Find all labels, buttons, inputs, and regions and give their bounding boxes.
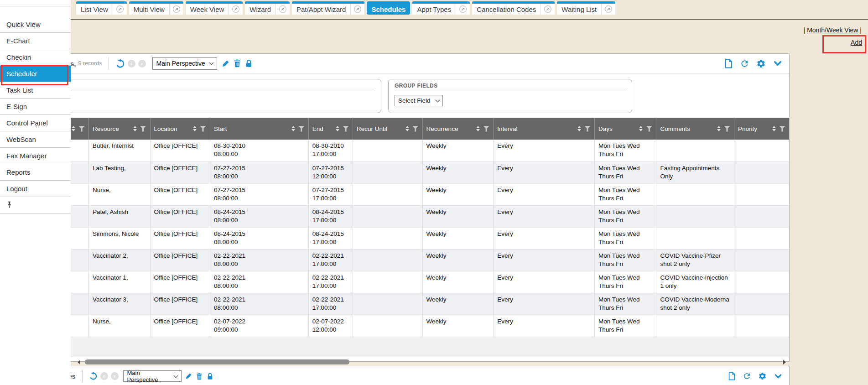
sidebar-item-webscan[interactable]: WebScan (0, 131, 71, 148)
tab-multi-view[interactable]: Multi View (129, 1, 183, 15)
popout-icon[interactable] (113, 4, 127, 15)
gear-icon[interactable] (756, 59, 766, 68)
column-header-start[interactable]: Start (210, 118, 309, 140)
scroll-right-arrow-icon[interactable] (783, 360, 786, 364)
tab-appt-types[interactable]: Appt Types (412, 1, 470, 15)
undo-icon[interactable] (89, 372, 98, 380)
sort-desc-arrow (72, 129, 75, 131)
filter-funnel-icon[interactable] (343, 126, 349, 132)
group-fields-select-field[interactable]: Select Field (395, 95, 443, 106)
new-document-icon[interactable] (724, 59, 733, 68)
sort-icon[interactable] (72, 126, 75, 131)
sort-icon[interactable] (291, 126, 295, 131)
lock-icon[interactable] (207, 373, 213, 380)
refresh-icon[interactable] (740, 59, 749, 68)
sidebar-item-e-sign[interactable]: E-Sign (0, 99, 71, 115)
sort-icon[interactable] (772, 126, 776, 131)
filter-funnel-icon[interactable] (78, 126, 85, 132)
delete-perspective-trash-icon[interactable] (234, 59, 241, 68)
filter-funnel-icon[interactable] (646, 126, 652, 132)
tab-wizard[interactable]: Wizard (245, 1, 290, 15)
next-icon[interactable]: › (111, 372, 119, 380)
column-header-priority[interactable]: Priority (734, 118, 789, 140)
resource-cell: Simmons, Nicole (89, 227, 150, 249)
column-header-label: End (312, 125, 333, 132)
filter-funnel-icon[interactable] (298, 126, 305, 132)
column-header-days[interactable]: Days (594, 118, 656, 140)
popout-icon[interactable] (541, 4, 555, 15)
sort-icon[interactable] (717, 126, 721, 131)
recurrence-cell: Weekly (422, 271, 494, 293)
sidebar-item-e-chart[interactable]: E-Chart (0, 33, 71, 49)
filter-funnel-icon[interactable] (724, 126, 730, 132)
column-header-end[interactable]: End (308, 118, 353, 140)
filter-funnel-icon[interactable] (140, 126, 146, 132)
popout-icon[interactable] (275, 4, 290, 15)
tab-waiting-list[interactable]: Waiting List (557, 1, 615, 15)
column-header-location[interactable]: Location (150, 118, 210, 140)
new-document-icon[interactable] (728, 372, 736, 380)
edit-perspective-pencil-icon[interactable] (222, 60, 229, 68)
previous-icon[interactable]: ‹ (128, 60, 135, 68)
column-header-recurrence[interactable]: Recurrence (422, 118, 494, 140)
filter-funnel-icon[interactable] (200, 126, 206, 132)
column-header-comments[interactable]: Comments (656, 118, 734, 140)
sidebar-item-fax-manager[interactable]: Fax Manager (0, 148, 71, 164)
sidebar-pin-row[interactable] (0, 197, 71, 213)
tab-label: Cancellation Codes (472, 4, 541, 15)
sidebar-item-scheduler[interactable]: Scheduler (0, 66, 71, 82)
perspective-select[interactable]: Main Perspective (152, 57, 217, 70)
add-link[interactable]: Add (851, 39, 862, 46)
sort-icon[interactable] (639, 126, 643, 131)
empty-table-row (11, 337, 789, 357)
collapse-chevron-icon[interactable] (774, 372, 783, 380)
tab-schedules[interactable]: Schedules (367, 1, 410, 15)
sidebar-item-control-panel[interactable]: Control Panel (0, 115, 71, 131)
gear-icon[interactable] (758, 372, 767, 380)
tab-pat-appt-wizard[interactable]: Pat/Appt Wizard (292, 1, 364, 15)
sort-icon[interactable] (133, 126, 137, 131)
column-header-inner: Location (154, 125, 206, 132)
sidebar-item-task-list[interactable]: Task List (0, 82, 71, 99)
past-perspective-select[interactable]: Main Perspective (123, 370, 182, 382)
tab-week-view[interactable]: Week View (186, 1, 243, 15)
column-header-resource[interactable]: Resource (89, 118, 150, 140)
popout-icon[interactable] (229, 4, 243, 15)
lock-icon[interactable] (245, 59, 253, 68)
collapse-chevron-icon[interactable] (773, 59, 783, 68)
popout-icon[interactable] (169, 4, 183, 15)
sidebar-item-logout[interactable]: Logout (0, 181, 71, 197)
sort-icon[interactable] (405, 126, 409, 131)
popout-icon[interactable] (350, 4, 364, 15)
sort-icon[interactable] (577, 126, 581, 131)
horizontal-scrollbar[interactable] (11, 357, 789, 367)
edit-perspective-pencil-icon[interactable] (185, 373, 192, 380)
undo-icon[interactable] (115, 59, 125, 68)
pin-icon[interactable] (6, 201, 12, 209)
tab-cancellation-codes[interactable]: Cancellation Codes (472, 1, 555, 15)
filter-funnel-icon[interactable] (584, 126, 591, 132)
sidebar-item-reports[interactable]: Reports (0, 164, 71, 181)
filter-funnel-icon[interactable] (412, 126, 419, 132)
column-header-recur-until[interactable]: Recur Until (353, 118, 423, 140)
sort-icon[interactable] (193, 126, 197, 131)
sort-desc-arrow (772, 129, 776, 131)
filter-funnel-icon[interactable] (483, 126, 489, 132)
sort-asc-arrow (717, 126, 721, 128)
popout-icon[interactable] (456, 4, 470, 15)
popout-icon[interactable] (601, 4, 615, 15)
sort-icon[interactable] (336, 126, 339, 131)
previous-icon[interactable]: ‹ (100, 372, 108, 380)
sort-icon[interactable] (476, 126, 480, 131)
filter-funnel-icon[interactable] (779, 126, 785, 132)
month-week-view-link[interactable]: Month/Week View (807, 26, 858, 34)
scrollbar-thumb[interactable] (85, 359, 349, 364)
delete-perspective-trash-icon[interactable] (196, 373, 203, 380)
sidebar-item-quick-view[interactable]: Quick View (0, 16, 71, 33)
refresh-icon[interactable] (743, 372, 751, 380)
next-icon[interactable]: › (138, 60, 146, 68)
column-header-interval[interactable]: Interval (494, 118, 595, 140)
scroll-left-arrow-icon[interactable] (78, 360, 80, 364)
sidebar-item-checkin[interactable]: Checkin (0, 49, 71, 66)
tab-list-view[interactable]: List View (76, 1, 127, 15)
